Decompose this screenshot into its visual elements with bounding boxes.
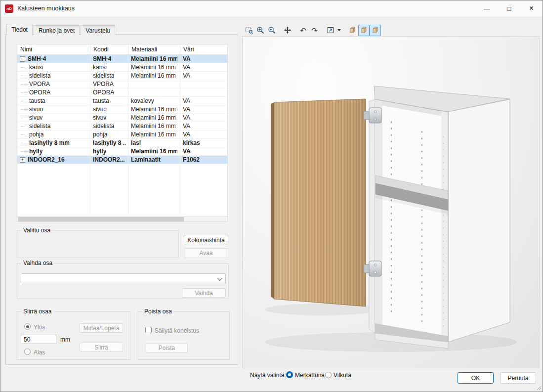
table-cell — [128, 206, 180, 215]
zoom-out-button[interactable] — [266, 25, 277, 36]
tree-connector — [21, 109, 27, 110]
view-options-dropdown[interactable] — [336, 25, 342, 36]
table-row[interactable]: lasihylly 8 mmlasihylly 8 ...lasikirkas — [17, 139, 227, 147]
rotate-cw-button[interactable]: ↷ — [309, 25, 320, 36]
table-cell — [180, 173, 227, 181]
pan-button[interactable] — [282, 25, 293, 36]
chevron-down-icon — [217, 276, 222, 281]
scrollbar-thumb[interactable] — [18, 217, 184, 221]
table-empty-row — [17, 181, 227, 189]
horizontal-scrollbar[interactable] — [17, 216, 227, 221]
merkattuna-radio[interactable] — [286, 371, 293, 378]
resize-grip[interactable] — [536, 385, 542, 391]
table-row[interactable]: VPORAVPORA — [17, 80, 227, 88]
rotate-ccw-button[interactable]: ↶ — [297, 25, 309, 36]
table-cell: Melamiini 16 mm — [128, 105, 180, 113]
table-cell: VA — [180, 122, 227, 130]
zoom-window-button[interactable] — [243, 25, 254, 36]
tab-tiedot[interactable]: Tiedot — [6, 24, 33, 35]
view-cabinet-1-button[interactable] — [347, 25, 358, 36]
table-cell: Laminaatit — [128, 156, 180, 164]
zoom-extents-icon — [327, 26, 334, 34]
table-cell: VA — [180, 147, 227, 155]
viewport-3d[interactable] — [242, 36, 540, 368]
alas-radio-label: Alas — [34, 349, 45, 356]
table-row[interactable]: kansikansiMelamiini 16 mmVA — [17, 63, 227, 72]
column-header-koodi[interactable]: Koodi — [90, 44, 128, 54]
table-row[interactable]: OPORAOPORA — [17, 88, 227, 97]
tree-connector — [21, 101, 27, 101]
mittaa-lopeta-button[interactable]: Mittaa/Lopeta — [80, 323, 123, 333]
rotate-ccw-icon: ↶ — [300, 27, 306, 34]
table-cell: lasihylly 8 ... — [90, 139, 128, 147]
column-header-nimi[interactable]: Nimi — [17, 44, 90, 54]
table-cell: Melamiini 16 mm — [128, 72, 180, 80]
ylos-radio[interactable] — [24, 323, 31, 330]
column-header-materiaali[interactable]: Materiaali — [128, 44, 180, 54]
column-header-vari[interactable]: Väri — [180, 44, 227, 54]
table-cell — [17, 164, 90, 173]
table-cell — [180, 80, 227, 88]
table-cell — [128, 198, 180, 206]
maximize-button[interactable]: □ — [498, 0, 520, 16]
table-cell — [17, 181, 90, 189]
table-cell — [180, 88, 227, 96]
table-cell — [90, 164, 128, 173]
table-empty-row — [17, 189, 227, 198]
poista-button[interactable]: Poista — [146, 343, 188, 352]
table-row[interactable]: pohjapohjaMelamiini 16 mmVA — [17, 131, 227, 139]
minimize-button[interactable]: — — [476, 0, 498, 16]
table-cell — [17, 189, 90, 198]
kokonaishinta-button[interactable]: Kokonaishinta — [184, 235, 228, 245]
table-cell — [17, 173, 90, 181]
table-row[interactable]: +INDOOR2_16INDOOR2...LaminaatitF1062 — [17, 156, 227, 164]
zoom-extents-button[interactable] — [325, 25, 336, 36]
view-cabinet-3-icon — [372, 26, 379, 34]
expand-icon[interactable]: + — [20, 157, 25, 163]
table-row[interactable]: sidelistasidelistaMelamiini 16 mmVA — [17, 72, 227, 80]
ok-button[interactable]: OK — [458, 372, 494, 384]
group-label-poista-osa: Poista osa — [142, 308, 174, 315]
minimize-icon: — — [484, 5, 490, 12]
table-cell: Melamiini 16 mm — [128, 122, 180, 130]
table-empty-row — [17, 206, 227, 215]
table-cell — [90, 198, 128, 206]
zoom-in-button[interactable] — [254, 25, 266, 36]
table-row[interactable]: taustataustakovalevyVA — [17, 97, 227, 105]
siirra-button[interactable]: Siirrä — [80, 343, 123, 352]
table-row[interactable]: −SMH-4SMH-4Melamiini 16 mmVA — [17, 55, 227, 63]
sailyta-koneistus-checkbox[interactable] — [145, 327, 152, 333]
table-cell: Melamiini 16 mm — [128, 131, 180, 138]
close-button[interactable]: × — [520, 0, 543, 16]
table-row[interactable]: sidelistasidelistaMelamiini 16 mmVA — [17, 122, 227, 131]
view-cabinet-2-button[interactable] — [358, 25, 370, 36]
peruuta-button[interactable]: Peruuta — [500, 372, 536, 384]
group-poista-osa: Poista osa Säilytä koneistus Poista — [138, 311, 230, 360]
avaa-button[interactable]: Avaa — [184, 248, 228, 258]
tree-connector — [21, 67, 27, 68]
tab-varustelu[interactable]: Varustelu — [81, 25, 115, 35]
view-cabinet-1-icon — [349, 26, 357, 34]
alas-radio[interactable] — [24, 348, 31, 355]
table-row[interactable]: sivuvsivuvMelamiini 16 mmVA — [17, 114, 227, 122]
viewer-toolbar: ↶ ↷ — [243, 24, 381, 36]
table-cell: hylly — [90, 147, 128, 155]
tab-strip: Tiedot Runko ja ovet Varustelu — [6, 24, 116, 35]
table-cell: OPORA — [17, 88, 90, 96]
vaihda-button[interactable]: Vaihda — [182, 288, 226, 298]
table-cell — [90, 189, 128, 198]
table-cell: OPORA — [90, 88, 128, 96]
mm-unit-label: mm — [60, 336, 70, 343]
table-cell — [128, 189, 180, 198]
table-cell — [90, 173, 128, 181]
tab-runko-ja-ovet[interactable]: Runko ja ovet — [34, 25, 80, 35]
table-cell: VA — [180, 131, 227, 138]
vaihda-osa-combobox[interactable] — [21, 273, 226, 284]
siirto-amount-input[interactable] — [21, 335, 56, 344]
collapse-icon[interactable]: − — [20, 56, 25, 62]
table-row[interactable]: sivuosivuoMelamiini 16 mmVA — [17, 105, 227, 114]
view-cabinet-3-button[interactable] — [370, 25, 381, 36]
titlebar[interactable]: nD Kalusteen muokkaus — □ × — [0, 0, 543, 16]
vilkuta-radio[interactable] — [325, 372, 332, 378]
table-row[interactable]: hyllyhyllyMelamiini 16 mmVA — [17, 147, 227, 156]
